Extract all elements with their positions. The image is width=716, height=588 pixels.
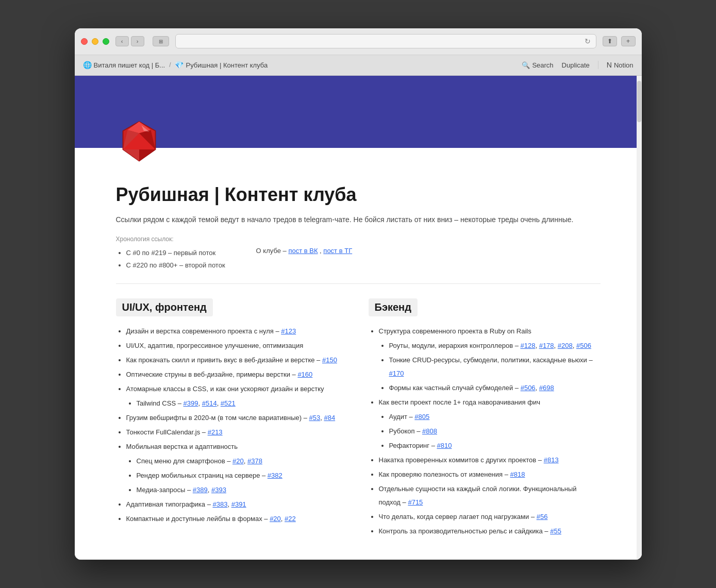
forward-button[interactable]: › [131, 36, 144, 46]
sub-list: Роуты, модули, иерархия контроллеров – #… [379, 339, 601, 395]
scrollbar-track[interactable] [637, 76, 642, 560]
link-506b[interactable]: #506 [521, 384, 536, 392]
breadcrumb: 🌐 Виталя пишет код | Б... / 💎 Рубишная |… [83, 61, 522, 69]
list-item: Накатка проверенных коммитов с других пр… [379, 453, 601, 467]
link-514[interactable]: #514 [202, 399, 217, 407]
link-506[interactable]: #506 [576, 342, 591, 349]
search-icon: 🔍 [522, 61, 530, 69]
divider [598, 61, 598, 69]
link-123[interactable]: #123 [281, 327, 296, 335]
link-56[interactable]: #56 [537, 513, 548, 520]
list-item: Роуты, модули, иерархия контроллеров – #… [389, 339, 601, 352]
link-383[interactable]: #383 [213, 500, 228, 508]
link-813[interactable]: #813 [544, 456, 559, 464]
link-150[interactable]: #150 [322, 356, 337, 364]
list-item: Аудит – #805 [389, 410, 601, 424]
scrollbar-thumb[interactable] [637, 81, 641, 122]
fullscreen-button[interactable] [103, 38, 109, 45]
share-button[interactable]: ⬆ [603, 36, 617, 46]
back-button[interactable]: ‹ [115, 36, 129, 46]
titlebar: ‹ › ⊞ ↻ ⬆ + [75, 28, 642, 55]
list-item: Дизайн и верстка современного проекта с … [126, 325, 348, 338]
list-item: UI/UX, адаптив, прогрессивное улучшение,… [126, 339, 348, 352]
page-subtitle: Ссылки рядом с каждой темой ведут в нача… [116, 214, 601, 225]
link-715[interactable]: #715 [408, 498, 423, 506]
search-button[interactable]: 🔍 Search [522, 61, 553, 69]
tab-bar: 🌐 Виталя пишет код | Б... / 💎 Рубишная |… [75, 55, 642, 76]
sub-list: Tailwind CSS – #399, #514, #521 [126, 397, 348, 410]
link-128[interactable]: #128 [521, 342, 536, 349]
page-content: Рубишная | Контент клуба Ссылки рядом с … [75, 76, 642, 560]
notion-button[interactable]: N Notion [607, 61, 634, 69]
list-item: Оптические струны в веб-дизайне, примеры… [126, 368, 348, 381]
list-item: Рубокоп – #808 [389, 425, 601, 438]
page-body: Рубишная | Контент клуба Ссылки рядом с … [75, 148, 642, 560]
link-378[interactable]: #378 [247, 457, 262, 465]
link-805[interactable]: #805 [414, 413, 429, 421]
site-icon: 🌐 [83, 61, 92, 69]
sub-list: Спец меню для смартфонов – #20, #378 Рен… [126, 455, 348, 497]
browser-window: ‹ › ⊞ ↻ ⬆ + 🌐 Виталя пишет код | Б... / … [75, 28, 642, 560]
list-item: Тонкости FullCalendar.js – #213 [126, 426, 348, 439]
link-208[interactable]: #208 [558, 342, 573, 349]
meta-right: О клубе – пост в ВК , пост в ТГ [256, 236, 353, 255]
breadcrumb-item-2[interactable]: 💎 Рубишная | Контент клуба [175, 61, 268, 69]
list-item: Адаптивная типографика – #383, #391 [126, 498, 348, 511]
link-399[interactable]: #399 [184, 399, 198, 407]
link-20[interactable]: #20 [232, 457, 244, 465]
new-tab-button[interactable]: + [621, 36, 636, 46]
close-button[interactable] [81, 38, 88, 45]
backend-column: Бэкенд Структура современного проекта в … [369, 298, 601, 539]
link-160[interactable]: #160 [297, 371, 312, 378]
link-84[interactable]: #84 [324, 414, 335, 422]
list-item: Отдельные сущности на каждый слой логики… [379, 482, 601, 509]
list-item: Медиа-запросы – #389, #393 [137, 483, 348, 497]
link-178[interactable]: #178 [539, 342, 554, 349]
link-391[interactable]: #391 [231, 500, 246, 508]
link-698[interactable]: #698 [539, 384, 554, 392]
reload-icon[interactable]: ↻ [585, 37, 591, 45]
link-55[interactable]: #55 [550, 527, 561, 535]
notion-icon: N [607, 61, 612, 69]
breadcrumb-label-1: Виталя пишет код | Б... [94, 61, 165, 69]
link-808[interactable]: #808 [422, 427, 437, 435]
list-item: Спец меню для смартфонов – #20, #378 [137, 455, 348, 468]
two-column-layout: UI/UX, фронтенд Дизайн и верстка совреме… [116, 298, 601, 539]
link-521[interactable]: #521 [221, 399, 236, 407]
list-item: Рендер мобильных страниц на сервере – #3… [137, 469, 348, 482]
page-title: Рубишная | Контент клуба [116, 184, 601, 206]
list-item: С #220 по #800+ – второй поток [126, 259, 225, 271]
club-link-tg[interactable]: пост в ТГ [323, 247, 352, 255]
link-810[interactable]: #810 [437, 442, 452, 449]
sub-list: Аудит – #805 Рубокоп – #808 Рефакторинг … [379, 410, 601, 452]
page-icon: 💎 [175, 61, 184, 69]
hero-icon [116, 117, 162, 163]
list-item: Как прокачать скилл и привить вкус в веб… [126, 354, 348, 367]
link-53[interactable]: #53 [309, 414, 321, 422]
minimize-button[interactable] [92, 38, 98, 45]
backend-title: Бэкенд [369, 298, 418, 316]
link-393[interactable]: #393 [211, 486, 226, 494]
club-link-vk[interactable]: пост в ВК [288, 247, 318, 255]
link-818[interactable]: #818 [510, 471, 525, 478]
breadcrumb-label-2: Рубишная | Контент клуба [186, 61, 268, 69]
address-bar[interactable]: ↻ [175, 34, 596, 48]
list-item: Компактные и доступные лейблы в формах –… [126, 512, 348, 526]
link-382[interactable]: #382 [268, 472, 282, 479]
view-toggle-button[interactable]: ⊞ [153, 36, 169, 46]
list-item: Структура современного проекта в Ruby on… [379, 325, 601, 395]
duplicate-button[interactable]: Duplicate [562, 61, 590, 69]
meta-label: Хронология ссылок: [116, 236, 225, 243]
list-item: Контроль за производительностью рельс и … [379, 525, 601, 538]
list-item: Формы как частный случай субмоделей – #5… [389, 381, 601, 395]
list-item: Грузим вебшрифты в 2020-м (в том числе в… [126, 411, 348, 425]
list-item: С #0 по #219 – первый поток [126, 247, 225, 259]
link-389[interactable]: #389 [193, 486, 208, 494]
link-20b[interactable]: #20 [270, 515, 281, 523]
link-170[interactable]: #170 [389, 369, 404, 377]
link-22[interactable]: #22 [285, 515, 296, 523]
link-213[interactable]: #213 [208, 428, 223, 436]
uiux-title: UI/UX, фронтенд [116, 298, 213, 316]
breadcrumb-item-1[interactable]: 🌐 Виталя пишет код | Б... [83, 61, 165, 69]
list-item: Рефакторинг – #810 [389, 439, 601, 452]
